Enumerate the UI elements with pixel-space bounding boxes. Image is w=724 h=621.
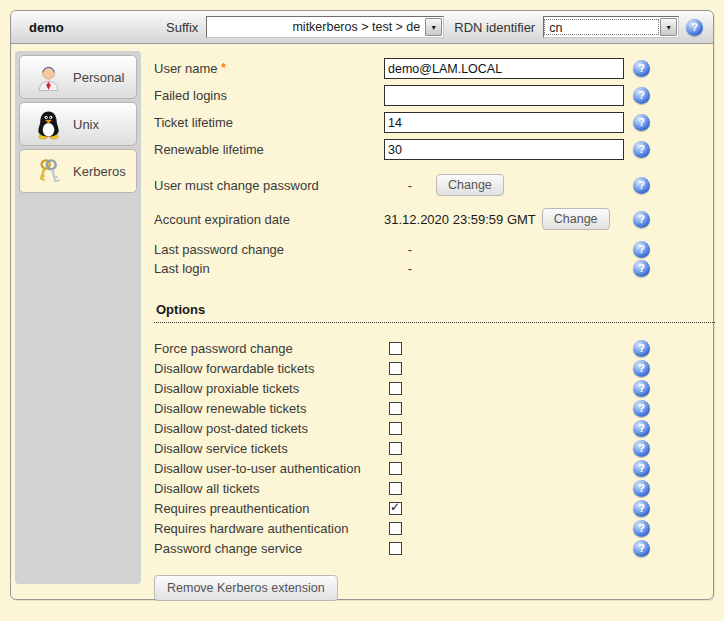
help-icon[interactable]: ? [633,480,650,497]
help-icon[interactable]: ? [633,141,650,158]
field-label: Ticket lifetime [154,115,384,130]
account-edit-window: demo Suffix mitkerberos > test > de ▼ RD… [10,10,714,600]
tab-label: Kerberos [73,164,126,179]
remove-kerberos-extension-button[interactable]: Remove Kerberos extension [154,575,338,601]
help-icon[interactable]: ? [633,540,650,557]
tab-kerberos[interactable]: Kerberos [19,149,137,193]
option-label: Disallow post-dated tickets [154,421,384,436]
row-account-expiration-date: Account expiration date 31.12.2020 23:59… [154,208,650,230]
disallow-proxiable-checkbox[interactable] [389,382,402,395]
chevron-down-icon[interactable]: ▼ [425,18,442,36]
options-section-heading: Options [154,302,715,323]
change-expiration-button[interactable]: Change [542,208,610,230]
help-icon[interactable]: ? [633,440,650,457]
failed-logins-input[interactable] [384,85,624,106]
tab-unix[interactable]: Unix [19,102,137,146]
field-label: Account expiration date [154,212,384,227]
option-label: Force password change [154,341,384,356]
field-label: User name * [154,61,384,76]
suffix-select[interactable]: mitkerberos > test > de ▼ [206,16,444,38]
account-name: demo [29,20,166,35]
disallow-service-checkbox[interactable] [389,442,402,455]
option-row-requires-hardware-auth: Requires hardware authentication ? [154,518,650,538]
rdn-identifier-label: RDN identifier [454,20,535,35]
option-label: Requires preauthentication [154,501,384,516]
option-row-disallow-user-to-user: Disallow user-to-user authentication ? [154,458,650,478]
help-icon[interactable]: ? [633,500,650,517]
last-login-value: - [384,261,436,276]
field-label: Renewable lifetime [154,142,384,157]
disallow-postdated-checkbox[interactable] [389,422,402,435]
option-row-requires-preauthentication: Requires preauthentication ? [154,498,650,518]
chevron-down-icon[interactable]: ▼ [660,18,677,36]
requires-preauthentication-checkbox[interactable] [389,502,402,515]
requires-hardware-auth-checkbox[interactable] [389,522,402,535]
rdn-identifier-select[interactable]: cn ▼ [543,16,679,38]
kerberos-form: User name * ? Failed logins ? Ticket lif… [143,44,713,601]
field-row-user-name: User name * ? [154,58,650,79]
disallow-all-tickets-checkbox[interactable] [389,482,402,495]
row-last-login: Last login - ? [154,259,650,278]
help-icon[interactable]: ? [633,400,650,417]
field-row-failed-logins: Failed logins ? [154,85,650,106]
help-icon[interactable]: ? [633,60,650,77]
force-password-change-checkbox[interactable] [389,342,402,355]
tab-label: Unix [73,117,99,132]
option-label: Password change service [154,541,384,556]
option-label: Disallow all tickets [154,481,384,496]
window-body: Personal Unix [11,44,713,600]
help-icon[interactable]: ? [633,260,650,277]
help-icon[interactable]: ? [633,114,650,131]
tab-personal[interactable]: Personal [19,55,137,99]
last-password-change-value: - [384,242,436,257]
help-icon[interactable]: ? [633,211,650,228]
info-rows: Last password change - ? Last login - ? [154,240,713,278]
help-icon[interactable]: ? [686,19,703,36]
help-icon[interactable]: ? [633,241,650,258]
help-icon[interactable]: ? [633,380,650,397]
tab-label: Personal [73,70,124,85]
help-icon[interactable]: ? [633,460,650,477]
help-icon[interactable]: ? [633,177,650,194]
option-row-disallow-forwardable: Disallow forwardable tickets ? [154,358,650,378]
option-row-disallow-all-tickets: Disallow all tickets ? [154,478,650,498]
tux-penguin-icon [33,109,64,140]
option-label: Disallow renewable tickets [154,401,384,416]
field-label: Failed logins [154,88,384,103]
required-marker-icon: * [221,61,226,75]
row-user-must-change-password: User must change password - Change ? [154,174,650,196]
help-icon[interactable]: ? [633,420,650,437]
disallow-forwardable-checkbox[interactable] [389,362,402,375]
option-label: Disallow forwardable tickets [154,361,384,376]
option-row-force-password-change: Force password change ? [154,338,650,358]
help-icon[interactable]: ? [633,340,650,357]
renewable-lifetime-input[interactable] [384,139,624,160]
help-icon[interactable]: ? [633,360,650,377]
disallow-renewable-checkbox[interactable] [389,402,402,415]
option-row-disallow-postdated: Disallow post-dated tickets ? [154,418,650,438]
password-change-service-checkbox[interactable] [389,542,402,555]
titlebar: demo Suffix mitkerberos > test > de ▼ RD… [11,11,713,44]
option-label: Disallow proxiable tickets [154,381,384,396]
keys-icon [33,156,64,187]
option-label: Requires hardware authentication [154,521,384,536]
help-icon[interactable]: ? [633,520,650,537]
option-row-password-change-service: Password change service ? [154,538,650,558]
field-label: Last password change [154,242,384,257]
password-change-value: - [384,178,436,193]
field-label: User must change password [154,178,384,193]
change-password-button[interactable]: Change [436,174,504,196]
help-icon[interactable]: ? [633,87,650,104]
field-row-ticket-lifetime: Ticket lifetime ? [154,112,650,133]
option-row-disallow-proxiable: Disallow proxiable tickets ? [154,378,650,398]
ticket-lifetime-input[interactable] [384,112,624,133]
field-row-renewable-lifetime: Renewable lifetime ? [154,139,650,160]
option-row-disallow-service: Disallow service tickets ? [154,438,650,458]
module-sidebar: Personal Unix [15,51,141,584]
row-last-password-change: Last password change - ? [154,240,650,259]
disallow-user-to-user-checkbox[interactable] [389,462,402,475]
option-label: Disallow service tickets [154,441,384,456]
suffix-select-value: mitkerberos > test > de [207,19,424,35]
user-name-input[interactable] [384,58,624,79]
option-row-disallow-renewable: Disallow renewable tickets ? [154,398,650,418]
